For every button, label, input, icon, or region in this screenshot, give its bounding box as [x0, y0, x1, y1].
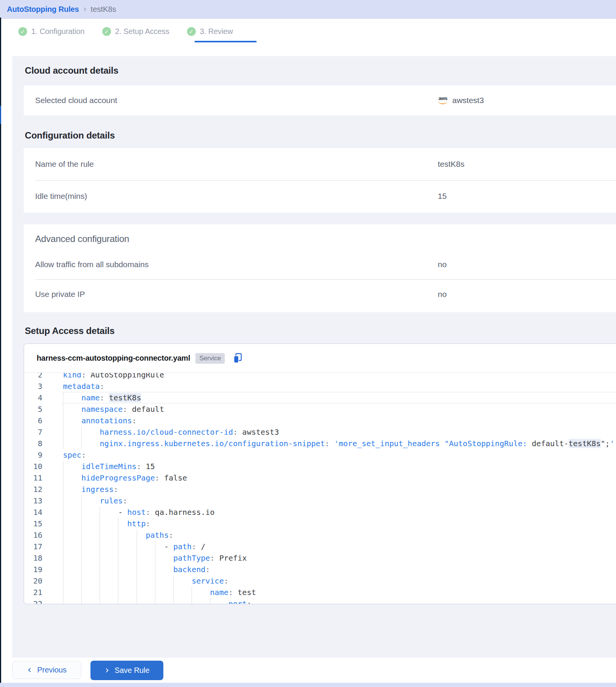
- line-number: 13: [24, 495, 42, 506]
- line-number: 22: [24, 598, 42, 604]
- indent-guide: [63, 575, 191, 587]
- code-line: 13 rules:: [24, 495, 616, 506]
- section-title-advanced: Advanced configuration: [35, 234, 129, 244]
- table-row: Name of the rule testK8s: [24, 148, 616, 180]
- row-label: Selected cloud account: [35, 96, 117, 105]
- line-number: 19: [24, 564, 42, 575]
- autostopping-review-page: AutoStopping Rules testK8s ✓ 1. Configur…: [0, 0, 616, 687]
- indent-guide: [63, 392, 81, 403]
- indent-guide: [63, 598, 227, 604]
- line-number: 11: [24, 472, 42, 484]
- code-line: 14 - host: qa.harness.io: [24, 506, 616, 518]
- code-line: 12 ingress:: [24, 484, 616, 495]
- previous-button[interactable]: Previous: [12, 661, 81, 679]
- line-number: 20: [24, 575, 42, 587]
- table-row: Selected cloud account aws awstest3: [24, 85, 616, 115]
- cloud-account-block: Selected cloud account aws awstest3: [24, 85, 616, 115]
- line-number: 4: [24, 392, 42, 403]
- yaml-filename: harness-ccm-autostopping-connector.yaml: [37, 354, 190, 363]
- code-line: 17 - path: /: [24, 541, 616, 552]
- review-panel: Cloud account details Selected cloud acc…: [12, 56, 616, 658]
- row-value: 15: [438, 192, 447, 201]
- cloud-account-name: awstest3: [452, 96, 484, 105]
- line-number: 2: [24, 373, 42, 381]
- row-label: Use private IP: [35, 290, 85, 299]
- check-circle-icon: ✓: [187, 27, 196, 36]
- advanced-configuration-block: Advanced configuration Allow traffic fro…: [24, 224, 616, 312]
- line-number: 10: [24, 461, 42, 472]
- previous-button-label: Previous: [37, 666, 66, 674]
- code-line: 11 hideProgressPage: false: [24, 472, 616, 484]
- line-number: 7: [24, 426, 42, 438]
- line-number: 5: [24, 403, 42, 415]
- indent-guide: [63, 495, 99, 506]
- code-line: 4 name: testK8s: [24, 392, 616, 403]
- aws-icon: aws: [438, 96, 449, 105]
- step-setup-access[interactable]: ✓ 2. Setup Access: [102, 27, 169, 36]
- code-line: 2kind: AutoStoppingRule: [24, 373, 616, 381]
- save-rule-button[interactable]: Save Rule: [90, 661, 163, 680]
- indent-guide: [63, 529, 145, 541]
- code-line: 7 harness.io/cloud-connector-id: awstest…: [24, 426, 616, 438]
- wizard-stepper: ✓ 1. Configuration ✓ 2. Setup Access ✓ 3…: [0, 19, 616, 56]
- breadcrumb-root-link[interactable]: AutoStopping Rules: [7, 5, 79, 14]
- row-value: testK8s: [438, 160, 464, 169]
- chevron-right-icon: [104, 668, 110, 673]
- line-number: 9: [24, 449, 42, 461]
- table-row: Idle time(mins) 15: [24, 180, 616, 212]
- line-number: 17: [24, 541, 42, 552]
- row-label: Idle time(mins): [35, 192, 87, 201]
- indent-guide: [63, 484, 81, 495]
- check-circle-icon: ✓: [18, 27, 27, 36]
- section-title-setup-access: Setup Access details: [25, 326, 114, 336]
- indent-guide: [63, 426, 99, 438]
- bottom-strip: [0, 683, 616, 687]
- row-value: no: [438, 290, 447, 299]
- step-label: 3. Review: [200, 27, 233, 36]
- code-lines: 2kind: AutoStoppingRule3metadata:4 name:…: [24, 373, 616, 604]
- indent-guide: [63, 472, 81, 484]
- sidebar-active-indicator: [0, 106, 1, 124]
- code-line: 9spec:: [24, 449, 616, 461]
- code-line: 22 port:: [24, 598, 616, 604]
- table-row: Allow traffic from all subdomains no: [24, 250, 616, 279]
- indent-guide: [63, 518, 127, 529]
- section-title-configuration: Configuration details: [25, 130, 115, 141]
- code-line: 21 name: test: [24, 587, 616, 598]
- copy-icon[interactable]: [232, 353, 243, 364]
- code-line: 3metadata:: [24, 381, 616, 392]
- breadcrumb: AutoStopping Rules testK8s: [0, 0, 616, 19]
- indent-guide: [63, 541, 163, 552]
- row-label: Allow traffic from all subdomains: [35, 260, 148, 269]
- yaml-code-viewer: harness-ccm-autostopping-connector.yaml …: [24, 344, 616, 604]
- code-scroll-area[interactable]: 2kind: AutoStoppingRule3metadata:4 name:…: [24, 373, 616, 604]
- line-number: 18: [24, 552, 42, 564]
- indent-guide: [63, 461, 81, 472]
- code-line: 8 nginx.ingress.kubernetes.io/configurat…: [24, 438, 616, 449]
- code-header: harness-ccm-autostopping-connector.yaml …: [24, 344, 616, 373]
- section-title-cloud-account: Cloud account details: [25, 65, 118, 76]
- step-review[interactable]: ✓ 3. Review: [187, 27, 233, 36]
- save-rule-button-label: Save Rule: [114, 666, 149, 675]
- table-row: Use private IP no: [24, 279, 616, 309]
- chevron-left-icon: [27, 667, 32, 673]
- indent-guide: [63, 552, 173, 564]
- indent-guide: [63, 587, 209, 598]
- indent-guide: [63, 506, 117, 518]
- indent-guide: [63, 564, 173, 575]
- code-line: 20 service:: [24, 575, 616, 587]
- step-configuration[interactable]: ✓ 1. Configuration: [18, 27, 85, 36]
- line-number: 21: [24, 587, 42, 598]
- line-number: 6: [24, 415, 42, 426]
- code-line: 19 backend:: [24, 564, 616, 575]
- line-number: 15: [24, 518, 42, 529]
- chevron-right-icon: [82, 7, 87, 12]
- row-value: aws awstest3: [438, 96, 484, 105]
- step-label: 2. Setup Access: [115, 27, 169, 36]
- row-label: Name of the rule: [35, 160, 94, 169]
- code-line: 6 annotations:: [24, 415, 616, 426]
- service-badge: Service: [195, 353, 225, 364]
- active-step-underline: [195, 41, 256, 42]
- line-number: 12: [24, 484, 42, 495]
- line-number: 14: [24, 506, 42, 518]
